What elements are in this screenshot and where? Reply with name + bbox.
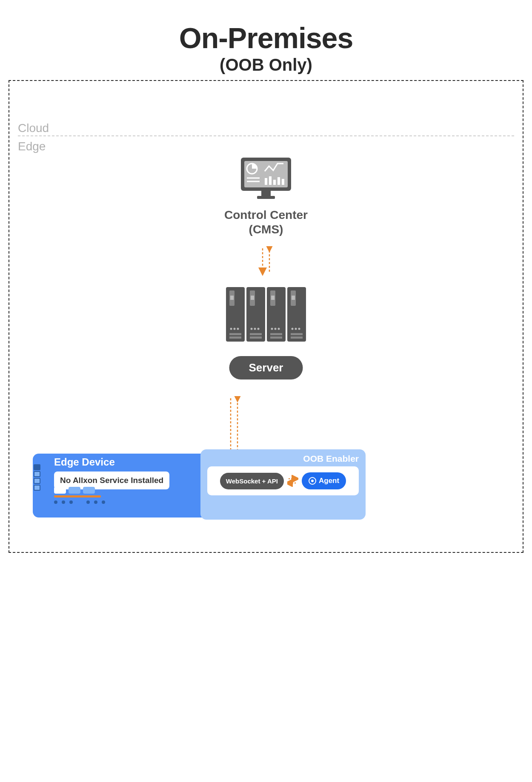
svg-rect-10 xyxy=(277,177,280,185)
svg-rect-28 xyxy=(250,333,262,335)
svg-rect-36 xyxy=(270,333,282,335)
svg-point-42 xyxy=(295,328,297,330)
svg-rect-21 xyxy=(229,336,241,339)
oob-inner: WebSocket + API Agent xyxy=(207,466,359,495)
title-block: On-Premises (OOB Only) xyxy=(0,0,532,75)
svg-rect-11 xyxy=(282,179,284,185)
edge-orange-bar xyxy=(54,495,101,497)
monitor-icon xyxy=(241,158,291,201)
svg-point-33 xyxy=(271,328,273,330)
agent-icon xyxy=(309,477,316,485)
agent-label: Agent xyxy=(319,477,339,485)
subtitle: (OOB Only) xyxy=(0,55,532,75)
svg-rect-3 xyxy=(257,196,275,199)
svg-rect-9 xyxy=(273,180,276,185)
edge-port-left xyxy=(34,464,40,492)
svg-point-17 xyxy=(230,328,232,330)
svg-point-25 xyxy=(251,328,253,330)
svg-rect-44 xyxy=(291,333,303,335)
svg-rect-20 xyxy=(229,333,241,335)
zone-label-edge: Edge xyxy=(18,140,46,153)
svg-rect-40 xyxy=(292,296,295,300)
svg-rect-29 xyxy=(250,336,262,339)
control-center-line2: (CMS) xyxy=(224,222,308,237)
svg-point-35 xyxy=(278,328,280,330)
zone-label-cloud: Cloud xyxy=(18,121,49,135)
zone-divider xyxy=(18,135,514,136)
svg-point-26 xyxy=(254,328,256,330)
server-label: Server xyxy=(229,356,303,380)
main-title: On-Premises xyxy=(0,21,532,55)
svg-point-41 xyxy=(292,328,294,330)
svg-rect-16 xyxy=(230,296,234,300)
edge-dots xyxy=(54,500,105,504)
svg-point-19 xyxy=(237,328,239,330)
svg-rect-8 xyxy=(269,176,272,185)
agent-pill: Agent xyxy=(302,472,346,489)
svg-point-18 xyxy=(234,328,236,330)
server-icons xyxy=(226,287,306,342)
svg-rect-37 xyxy=(270,336,282,339)
oob-enabler: OOB Enabler WebSocket + API Agent xyxy=(200,449,366,520)
arrow-ws-agent xyxy=(287,475,298,487)
websocket-pill: WebSocket + API xyxy=(220,473,284,489)
svg-rect-2 xyxy=(261,191,271,196)
svg-point-43 xyxy=(298,328,300,330)
svg-point-34 xyxy=(275,328,277,330)
control-center-label: Control Center (CMS) xyxy=(224,208,308,236)
svg-rect-45 xyxy=(291,336,303,339)
diagram-frame: Cloud Edge Control Center (CMS) xyxy=(9,80,523,553)
edge-decor xyxy=(54,487,95,494)
arrow-cc-server xyxy=(257,246,275,278)
oob-title: OOB Enabler xyxy=(207,454,359,464)
svg-rect-24 xyxy=(251,296,254,300)
svg-rect-32 xyxy=(271,296,275,300)
svg-point-27 xyxy=(257,328,260,330)
svg-rect-7 xyxy=(265,178,267,185)
control-center-line1: Control Center xyxy=(224,208,308,222)
